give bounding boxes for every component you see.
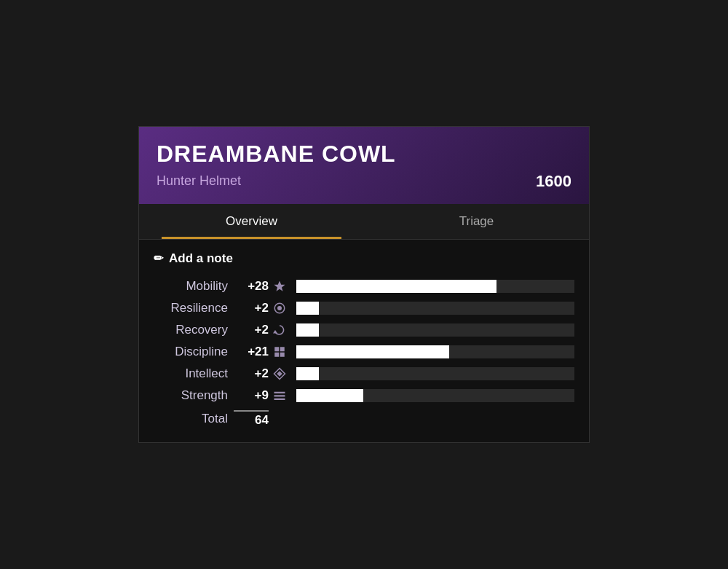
content-area: ✏ Add a note Mobility +28 Resilience +2 …	[139, 240, 589, 442]
stat-bar-container-discipline	[296, 345, 574, 358]
total-row: Total 64	[154, 410, 574, 428]
mobility-icon	[269, 280, 290, 293]
stat-name-discipline: Discipline	[154, 345, 234, 359]
item-sub-row: Hunter Helmet 1600	[157, 172, 571, 191]
total-value: 64	[255, 413, 269, 427]
stat-name-mobility: Mobility	[154, 279, 234, 294]
stat-value-strength: +9	[234, 388, 269, 403]
stat-bar-fill-strength	[296, 389, 363, 402]
svg-point-2	[277, 306, 282, 310]
tab-bar: Overview Triage	[139, 204, 589, 240]
stat-bar-container-strength	[296, 389, 574, 402]
stat-bar-container-intellect	[296, 367, 574, 380]
svg-rect-12	[274, 398, 285, 399]
recovery-icon	[269, 323, 290, 337]
stat-bar-container-recovery	[296, 323, 574, 337]
svg-marker-3	[273, 330, 277, 334]
stat-row-recovery: Recovery +2	[154, 323, 574, 337]
pencil-icon: ✏	[154, 251, 163, 265]
svg-rect-10	[274, 391, 285, 393]
item-name: DREAMBANE COWL	[157, 141, 571, 167]
svg-rect-4	[274, 347, 279, 351]
stat-value-recovery: +2	[234, 323, 269, 337]
stat-name-strength: Strength	[154, 388, 234, 403]
stat-name-recovery: Recovery	[154, 323, 234, 337]
tab-triage[interactable]: Triage	[364, 204, 589, 239]
stat-bar-container-mobility	[296, 280, 574, 293]
svg-marker-9	[277, 371, 282, 377]
stat-name-intellect: Intellect	[154, 366, 234, 381]
total-label: Total	[154, 412, 234, 426]
discipline-icon	[269, 345, 290, 358]
svg-rect-7	[280, 352, 285, 356]
resilience-icon	[269, 302, 290, 315]
total-value-wrapper: 64	[234, 410, 269, 428]
stat-row-discipline: Discipline +21	[154, 345, 574, 359]
stat-bar-fill-discipline	[296, 345, 449, 358]
svg-rect-11	[274, 395, 285, 396]
add-note-label: Add a note	[169, 251, 233, 266]
intellect-icon	[269, 367, 290, 380]
strength-icon	[269, 389, 290, 402]
stat-row-mobility: Mobility +28	[154, 279, 574, 294]
svg-marker-0	[274, 280, 285, 291]
stat-value-mobility: +28	[234, 279, 269, 294]
stat-bar-fill-intellect	[296, 367, 319, 380]
add-note-button[interactable]: ✏ Add a note	[154, 251, 574, 266]
item-header: DREAMBANE COWL Hunter Helmet 1600	[139, 127, 589, 203]
stat-row-resilience: Resilience +2	[154, 301, 574, 315]
stat-name-resilience: Resilience	[154, 301, 234, 315]
stat-bar-fill-resilience	[296, 302, 319, 315]
stat-row-strength: Strength +9	[154, 388, 574, 403]
svg-rect-6	[274, 352, 279, 356]
stats-table: Mobility +28 Resilience +2 Recovery +2 D…	[154, 279, 574, 403]
svg-rect-5	[280, 347, 285, 351]
stat-bar-fill-mobility	[296, 280, 496, 293]
stat-bar-container-resilience	[296, 302, 574, 315]
item-power: 1600	[536, 172, 571, 191]
stat-value-discipline: +21	[234, 345, 269, 359]
stat-value-resilience: +2	[234, 301, 269, 315]
item-type: Hunter Helmet	[157, 173, 241, 189]
item-card: DREAMBANE COWL Hunter Helmet 1600 Overvi…	[138, 126, 590, 442]
tab-overview[interactable]: Overview	[139, 204, 364, 239]
stat-bar-fill-recovery	[296, 323, 319, 337]
stat-row-intellect: Intellect +2	[154, 366, 574, 381]
stat-value-intellect: +2	[234, 366, 269, 381]
